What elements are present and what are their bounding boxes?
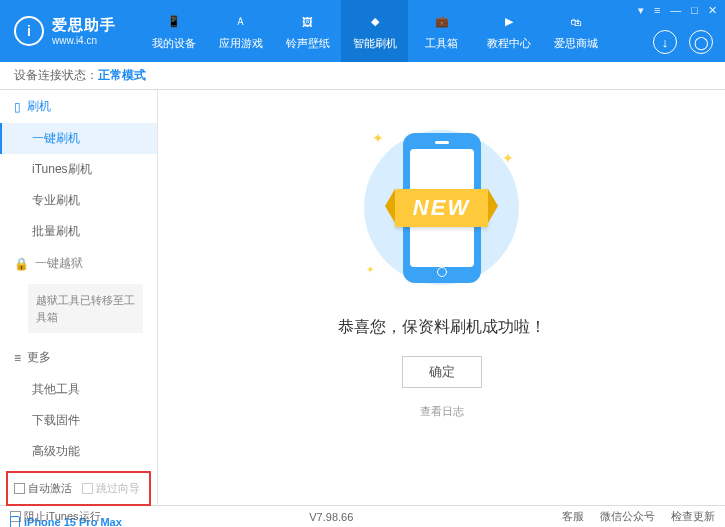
app-header: i 爱思助手 www.i4.cn 📱我的设备 Ａ应用游戏 🖼铃声壁纸 ◆智能刷机… <box>0 0 725 62</box>
new-ribbon: NEW <box>395 189 488 227</box>
lock-icon: 🔒 <box>14 257 29 271</box>
app-url: www.i4.cn <box>52 35 116 46</box>
main-nav: 📱我的设备 Ａ应用游戏 🖼铃声壁纸 ◆智能刷机 💼工具箱 ▶教程中心 🛍爱思商城 <box>140 0 609 62</box>
sidebar: ▯刷机 一键刷机 iTunes刷机 专业刷机 批量刷机 🔒一键越狱 越狱工具已转… <box>0 90 158 505</box>
main-content: ✦ ✦ ✦ NEW 恭喜您，保资料刷机成功啦！ 确定 查看日志 <box>158 90 725 505</box>
nav-toolbox[interactable]: 💼工具箱 <box>408 0 475 62</box>
nav-tutorial[interactable]: ▶教程中心 <box>475 0 542 62</box>
checkbox-auto-activate[interactable]: 自动激活 <box>14 481 72 496</box>
tutorial-icon: ▶ <box>499 12 519 32</box>
sidebar-item-batch[interactable]: 批量刷机 <box>0 216 157 247</box>
user-button[interactable]: ◯ <box>689 30 713 54</box>
device-icon: 📱 <box>164 12 184 32</box>
section-more[interactable]: ≡更多 <box>0 341 157 374</box>
footer-support[interactable]: 客服 <box>562 509 584 524</box>
jailbreak-note: 越狱工具已转移至工具箱 <box>28 284 143 333</box>
footer-wechat[interactable]: 微信公众号 <box>600 509 655 524</box>
menu-icon[interactable]: ▾ <box>638 4 644 17</box>
nav-apps[interactable]: Ａ应用游戏 <box>207 0 274 62</box>
view-log-link[interactable]: 查看日志 <box>420 404 464 419</box>
phone-small-icon <box>10 516 20 527</box>
maximize-icon[interactable]: □ <box>691 4 698 17</box>
status-mode: 正常模式 <box>98 67 146 84</box>
image-icon: 🖼 <box>298 12 318 32</box>
download-button[interactable]: ↓ <box>653 30 677 54</box>
sidebar-item-advanced[interactable]: 高级功能 <box>0 436 157 467</box>
nav-my-device[interactable]: 📱我的设备 <box>140 0 207 62</box>
phone-icon: ▯ <box>14 100 21 114</box>
version-label: V7.98.66 <box>309 511 353 523</box>
logo-icon: i <box>14 16 44 46</box>
store-icon: 🛍 <box>566 12 586 32</box>
sidebar-item-pro[interactable]: 专业刷机 <box>0 185 157 216</box>
sidebar-item-other[interactable]: 其他工具 <box>0 374 157 405</box>
nav-flash[interactable]: ◆智能刷机 <box>341 0 408 62</box>
minimize-icon[interactable]: — <box>670 4 681 17</box>
status-bar: 设备连接状态： 正常模式 <box>0 62 725 90</box>
options-box: 自动激活 跳过向导 <box>6 471 151 506</box>
section-jailbreak: 🔒一键越狱 <box>0 247 157 280</box>
window-controls: ▾ ≡ — □ ✕ <box>638 4 717 17</box>
tray-icon[interactable]: ≡ <box>654 4 660 17</box>
nav-store[interactable]: 🛍爱思商城 <box>542 0 609 62</box>
app-icon: Ａ <box>231 12 251 32</box>
flash-icon: ◆ <box>365 12 385 32</box>
checkbox-block-itunes[interactable]: 阻止iTunes运行 <box>10 509 101 524</box>
nav-ringtone[interactable]: 🖼铃声壁纸 <box>274 0 341 62</box>
sidebar-item-itunes[interactable]: iTunes刷机 <box>0 154 157 185</box>
success-illustration: ✦ ✦ ✦ NEW <box>342 120 542 295</box>
sidebar-item-oneclick[interactable]: 一键刷机 <box>0 123 157 154</box>
footer-update[interactable]: 检查更新 <box>671 509 715 524</box>
logo: i 爱思助手 www.i4.cn <box>0 16 140 46</box>
section-flash[interactable]: ▯刷机 <box>0 90 157 123</box>
checkbox-skip-guide[interactable]: 跳过向导 <box>82 481 140 496</box>
success-message: 恭喜您，保资料刷机成功啦！ <box>338 317 546 338</box>
close-icon[interactable]: ✕ <box>708 4 717 17</box>
list-icon: ≡ <box>14 351 21 365</box>
ok-button[interactable]: 确定 <box>402 356 482 388</box>
app-name: 爱思助手 <box>52 16 116 35</box>
toolbox-icon: 💼 <box>432 12 452 32</box>
sidebar-item-firmware[interactable]: 下载固件 <box>0 405 157 436</box>
status-label: 设备连接状态： <box>14 67 98 84</box>
